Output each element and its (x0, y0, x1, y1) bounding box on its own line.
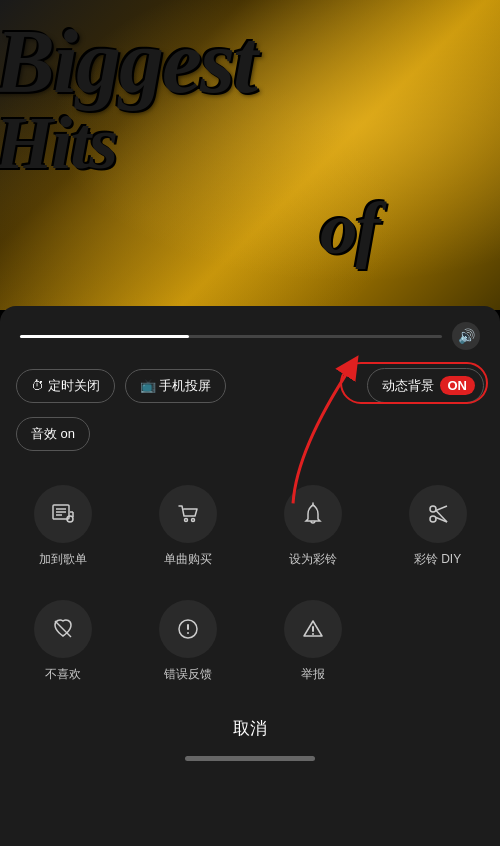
sound-button[interactable]: 音效 on (16, 417, 90, 451)
svg-point-10 (430, 516, 436, 522)
grid-item-diy[interactable]: 彩铃 DIY (375, 469, 500, 584)
home-indicator (185, 756, 315, 761)
controls-row-2: 音效 on (0, 413, 500, 461)
svg-line-12 (436, 506, 447, 511)
on-badge: ON (440, 376, 476, 395)
bg-text-of: of (320, 185, 378, 271)
dislike-icon (34, 600, 92, 658)
timer-button[interactable]: ⏱ 定时关闭 (16, 369, 115, 403)
diy-label: 彩铃 DIY (414, 551, 461, 568)
diy-icon (409, 485, 467, 543)
playlist-label: 加到歌单 (39, 551, 87, 568)
bg-text-biggest: Biggest (0, 10, 256, 113)
svg-point-20 (312, 633, 314, 635)
playlist-icon (34, 485, 92, 543)
volume-icon[interactable]: 🔊 (452, 322, 480, 350)
report-label: 举报 (301, 666, 325, 683)
svg-point-7 (184, 519, 187, 522)
controls-row-1: ⏱ 定时关闭 📺 手机投屏 动态背景 ON (0, 358, 500, 413)
cancel-button[interactable]: 取消 (0, 707, 500, 750)
grid-item-empty (375, 584, 500, 699)
cast-button[interactable]: 📺 手机投屏 (125, 369, 227, 403)
bg-text-hits: Hits (0, 100, 116, 186)
dislike-label: 不喜欢 (45, 666, 81, 683)
ringtone-label: 设为彩铃 (289, 551, 337, 568)
feedback-icon (159, 600, 217, 658)
ringtone-icon (284, 485, 342, 543)
progress-bar[interactable] (20, 335, 442, 338)
feedback-label: 错误反馈 (164, 666, 212, 683)
grid-item-ringtone[interactable]: 设为彩铃 (250, 469, 375, 584)
svg-point-18 (187, 632, 189, 634)
bottom-sheet: 🔊 ⏱ 定时关闭 📺 手机投屏 动态背景 ON 音效 on (0, 306, 500, 846)
buy-icon (159, 485, 217, 543)
buy-label: 单曲购买 (164, 551, 212, 568)
grid-item-buy[interactable]: 单曲购买 (125, 469, 250, 584)
grid-item-report[interactable]: 举报 (250, 584, 375, 699)
grid-item-playlist[interactable]: 加到歌单 (0, 469, 125, 584)
grid-item-dislike[interactable]: 不喜欢 (0, 584, 125, 699)
background-image: Biggest Hits of (0, 0, 500, 310)
icon-grid: 加到歌单 单曲购买 设为彩铃 (0, 461, 500, 707)
grid-item-feedback[interactable]: 错误反馈 (125, 584, 250, 699)
progress-fill (20, 335, 189, 338)
svg-line-15 (55, 621, 71, 637)
report-icon (284, 600, 342, 658)
svg-point-11 (430, 506, 436, 512)
progress-area: 🔊 (0, 306, 500, 358)
dynamic-bg-button[interactable]: 动态背景 ON (367, 368, 485, 403)
svg-point-8 (191, 519, 194, 522)
